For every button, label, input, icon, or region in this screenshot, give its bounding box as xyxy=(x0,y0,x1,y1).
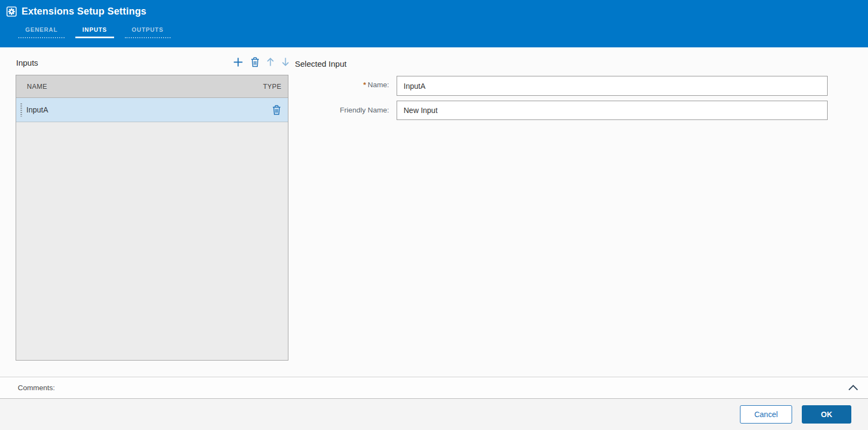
cancel-button[interactable]: Cancel xyxy=(740,405,792,424)
drag-handle-icon[interactable] xyxy=(20,103,22,117)
inputs-list-title: Inputs xyxy=(16,58,38,67)
move-input-up-button[interactable] xyxy=(266,57,274,67)
input-row-name: InputA xyxy=(26,105,48,114)
selected-input-title: Selected Input xyxy=(295,59,347,68)
inputs-list-toolbar xyxy=(222,54,290,69)
column-header-name: NAME xyxy=(27,83,47,90)
comments-label: Comments: xyxy=(18,384,55,392)
move-up-icon xyxy=(266,57,274,67)
gear-in-square-icon xyxy=(6,6,17,17)
comments-bar[interactable]: Comments: xyxy=(0,377,868,399)
tab-inputs[interactable]: INPUTS xyxy=(75,24,114,38)
friendly-name-label-text: Friendly Name: xyxy=(340,106,389,114)
chevron-up-icon xyxy=(848,385,858,391)
friendly-name-field-label: Friendly Name: xyxy=(241,106,389,114)
tab-general[interactable]: GENERAL xyxy=(18,24,65,38)
required-asterisk: * xyxy=(363,81,366,89)
tab-outputs[interactable]: OUTPUTS xyxy=(125,24,171,38)
move-input-down-button[interactable] xyxy=(281,57,290,67)
tab-bar: GENERAL INPUTS OUTPUTS xyxy=(18,24,181,38)
name-input[interactable] xyxy=(397,76,828,96)
add-input-button[interactable] xyxy=(232,57,244,68)
comments-collapse-button[interactable] xyxy=(846,383,860,393)
move-down-icon xyxy=(281,57,290,67)
name-field-label: *Name: xyxy=(241,81,389,89)
title-row: Extensions Setup Settings xyxy=(6,6,146,17)
extensions-setup-dialog: Extensions Setup Settings GENERAL INPUTS… xyxy=(0,0,868,430)
name-field-label-text: Name: xyxy=(368,81,389,89)
add-icon xyxy=(232,57,244,68)
titlebar: Extensions Setup Settings GENERAL INPUTS… xyxy=(0,0,868,47)
dialog-footer: Cancel OK xyxy=(0,399,868,430)
inputs-table: NAME TYPE InputA xyxy=(16,75,288,361)
delete-icon xyxy=(251,57,259,67)
page-title: Extensions Setup Settings xyxy=(22,6,146,17)
friendly-name-input[interactable] xyxy=(397,101,828,120)
delete-input-button[interactable] xyxy=(251,57,259,67)
ok-button[interactable]: OK xyxy=(802,405,851,424)
